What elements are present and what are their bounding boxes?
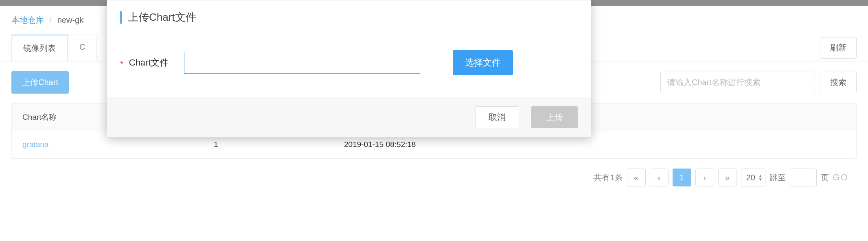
pg-last[interactable]: » — [718, 169, 737, 186]
pg-size-value: 20 — [746, 173, 755, 182]
pagination: 共有1条 « ‹ 1 › » 20 ▲▼ 跳至 页 GO — [0, 159, 868, 196]
upload-chart-modal: 上传Chart文件 * Chart文件 选择文件 取消 上传 — [107, 0, 591, 138]
pg-go-button[interactable]: GO — [833, 172, 848, 183]
modal-body: * Chart文件 选择文件 — [107, 32, 591, 97]
modal-footer: 取消 上传 — [107, 97, 591, 137]
tabs: 镜像列表 C — [11, 35, 97, 61]
breadcrumb-current: new-gk — [57, 15, 83, 24]
pg-first[interactable]: « — [627, 169, 646, 186]
required-mark: * — [120, 59, 123, 68]
pg-total: 共有1条 — [594, 172, 623, 183]
refresh-button[interactable]: 刷新 — [820, 37, 857, 59]
pg-page-unit: 页 — [821, 172, 829, 183]
chart-name-link[interactable]: grafana — [22, 140, 48, 149]
chart-file-input[interactable] — [184, 52, 420, 74]
pg-jump-label: 跳至 — [769, 172, 786, 183]
search-group: 搜索 — [660, 72, 857, 93]
tab-mirror-list[interactable]: 镜像列表 — [11, 35, 68, 61]
select-file-button[interactable]: 选择文件 — [453, 50, 513, 75]
pg-prev[interactable]: ‹ — [650, 169, 669, 186]
modal-title-bar — [120, 11, 122, 24]
pg-size-select[interactable]: 20 ▲▼ — [741, 169, 765, 186]
search-input[interactable] — [660, 72, 815, 93]
field-label-wrapper: * Chart文件 — [120, 57, 169, 69]
search-button[interactable]: 搜索 — [820, 72, 857, 93]
tab-second[interactable]: C — [68, 35, 97, 61]
modal-title: 上传Chart文件 — [128, 10, 196, 24]
cancel-button[interactable]: 取消 — [475, 106, 519, 128]
pg-next[interactable]: › — [695, 169, 714, 186]
submit-button[interactable]: 上传 — [531, 106, 578, 128]
select-arrows-icon: ▲▼ — [758, 174, 763, 181]
pg-jump-input[interactable] — [790, 169, 817, 186]
upload-chart-button[interactable]: 上传Chart — [11, 71, 69, 94]
breadcrumb-sep: / — [50, 15, 52, 24]
breadcrumb-root[interactable]: 本地仓库 — [11, 15, 44, 24]
modal-header: 上传Chart文件 — [107, 0, 591, 32]
pg-current[interactable]: 1 — [673, 169, 691, 186]
chart-file-label: Chart文件 — [129, 57, 169, 68]
